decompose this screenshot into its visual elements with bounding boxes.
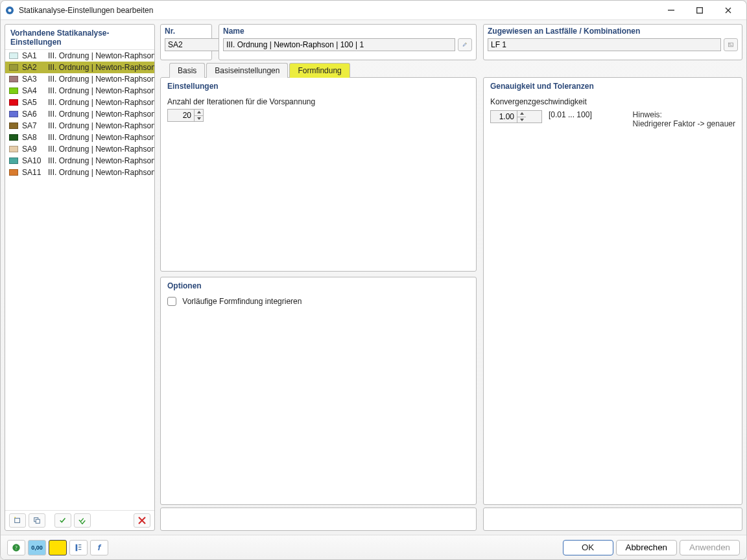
main-panel: Nr. Name Zugewiesen an Lastfälle <box>160 24 742 531</box>
sidebar-item-sa4[interactable]: SA4III. Ordnung | Newton-Raphson | 100 |… <box>5 85 154 97</box>
left-groups: Einstellungen Anzahl der Iterationen für… <box>160 77 477 505</box>
sidebar-item-sa7[interactable]: SA7III. Ordnung | Newton-Raphson | 100 |… <box>5 120 154 132</box>
sidebar-item-desc: III. Ordnung | Newton-Raphson | 100 | 1 <box>48 145 154 154</box>
hint-text: Niedrigerer Faktor -> genauer <box>633 119 735 128</box>
color-swatch <box>9 64 18 71</box>
parameters-button[interactable] <box>69 540 88 555</box>
sidebar-item-desc: III. Ordnung | Newton-Raphson | 100 | 1 <box>48 121 154 130</box>
svg-point-1 <box>8 8 12 12</box>
sidebar-item-code: SA6 <box>22 110 44 119</box>
assigned-details-button[interactable] <box>724 38 738 51</box>
color-button[interactable] <box>49 540 67 555</box>
sidebar-item-sa6[interactable]: SA6III. Ordnung | Newton-Raphson | 100 |… <box>5 108 154 120</box>
new-item-button[interactable] <box>9 513 26 528</box>
svg-rect-12 <box>76 544 78 551</box>
sidebar-item-sa9[interactable]: SA9III. Ordnung | Newton-Raphson | 100 |… <box>5 143 154 155</box>
sidebar-item-desc: III. Ordnung | Newton-Raphson | 100 | 1 <box>48 75 154 84</box>
tab-basiseinstellungen[interactable]: Basiseinstellungen <box>206 63 288 78</box>
iterations-spinner[interactable] <box>167 109 204 122</box>
hint-label: Hinweis: <box>633 110 735 119</box>
sidebar-item-code: SA3 <box>22 75 44 84</box>
function-button[interactable]: f <box>90 540 108 555</box>
iterations-down[interactable] <box>195 116 203 122</box>
sidebar-scroll[interactable]: SA1III. Ordnung | Newton-Raphson | 100 |… <box>5 50 154 510</box>
color-swatch <box>9 99 18 106</box>
minimize-button[interactable] <box>657 1 685 19</box>
right-groups: Genauigkeit und Toleranzen Konvergenzges… <box>483 77 742 505</box>
speed-hint: Hinweis: Niedrigerer Faktor -> genauer <box>633 110 735 128</box>
color-swatch <box>9 146 18 152</box>
sidebar-item-sa5[interactable]: SA5III. Ordnung | Newton-Raphson | 100 |… <box>5 97 154 108</box>
tab-formfindung[interactable]: Formfindung <box>289 63 350 78</box>
iterations-label: Anzahl der Iterationen für die Vorspannu… <box>167 97 315 106</box>
integrate-checkbox-wrapper[interactable]: Vorläufige Formfindung integrieren <box>167 297 302 306</box>
sidebar-item-code: SA10 <box>22 156 44 165</box>
nr-label: Nr. <box>165 27 208 36</box>
bottom-left-panel <box>160 508 477 531</box>
header-row: Nr. Name Zugewiesen an Lastfälle <box>160 24 742 60</box>
color-swatch <box>9 111 18 117</box>
app-icon <box>5 5 15 16</box>
svg-rect-6 <box>36 519 40 523</box>
bottom-right-panel <box>483 508 742 531</box>
name-label: Name <box>223 27 472 36</box>
units-button[interactable]: 0,00 <box>28 540 46 555</box>
sidebar-toolbar <box>5 510 154 530</box>
check-all-button[interactable] <box>74 513 91 528</box>
apply-button[interactable]: Anwenden <box>680 540 740 555</box>
sidebar-item-desc: III. Ordnung | Newton-Raphson | 100 | 1 <box>48 133 154 142</box>
sidebar-item-code: SA5 <box>22 98 44 107</box>
assigned-label: Zugewiesen an Lastfälle / Kombinationen <box>488 27 738 36</box>
maximize-button[interactable] <box>685 1 714 19</box>
sidebar-item-sa10[interactable]: SA10III. Ordnung | Newton-Raphson | 100 … <box>5 155 154 167</box>
dialog-window: Statikanalyse-Einstellungen bearbeiten V… <box>0 0 747 560</box>
check-selected-button[interactable] <box>54 513 71 528</box>
color-swatch <box>9 134 18 141</box>
sidebar-item-desc: III. Ordnung | Newton-Raphson | 100 | 1 <box>48 156 154 165</box>
sidebar-item-code: SA1 <box>22 51 44 60</box>
help-button[interactable]: ? <box>7 540 25 555</box>
sidebar-item-sa3[interactable]: SA3III. Ordnung | Newton-Raphson | 100 |… <box>5 73 154 85</box>
speed-down[interactable] <box>517 117 526 123</box>
sidebar-item-sa2[interactable]: SA2III. Ordnung | Newton-Raphson | 100 |… <box>5 62 154 73</box>
color-swatch <box>9 169 18 176</box>
sidebar-list: SA1III. Ordnung | Newton-Raphson | 100 |… <box>5 50 154 510</box>
svg-rect-9 <box>729 45 733 46</box>
speed-spinner[interactable] <box>490 110 542 123</box>
speed-input[interactable] <box>491 111 517 122</box>
sidebar-item-desc: III. Ordnung | Newton-Raphson | 100 | 1 <box>48 98 154 107</box>
assigned-input[interactable] <box>488 38 721 51</box>
precision-title: Genauigkeit und Toleranzen <box>490 82 735 91</box>
copy-item-button[interactable] <box>29 513 45 528</box>
color-swatch <box>9 52 18 59</box>
sidebar-item-sa8[interactable]: SA8III. Ordnung | Newton-Raphson | 100 |… <box>5 132 154 143</box>
speed-up[interactable] <box>517 111 526 117</box>
sidebar-item-sa11[interactable]: SA11III. Ordnung | Newton-Raphson | 100 … <box>5 167 154 178</box>
color-swatch <box>9 76 18 82</box>
iterations-input[interactable] <box>168 110 194 121</box>
options-title: Optionen <box>167 281 469 290</box>
tab-basis[interactable]: Basis <box>169 63 205 78</box>
integrate-label: Vorläufige Formfindung integrieren <box>182 297 302 306</box>
sidebar-item-sa1[interactable]: SA1III. Ordnung | Newton-Raphson | 100 |… <box>5 50 154 62</box>
settings-group: Einstellungen Anzahl der Iterationen für… <box>160 77 477 272</box>
bottom-strip <box>160 508 742 531</box>
iterations-up[interactable] <box>195 110 203 116</box>
edit-name-button[interactable] <box>458 38 472 51</box>
content-area: Vorhandene Statikanalyse-Einstellungen S… <box>1 20 746 535</box>
integrate-checkbox[interactable] <box>167 297 176 306</box>
delete-button[interactable] <box>134 513 150 528</box>
sidebar-item-code: SA7 <box>22 121 44 130</box>
color-swatch <box>9 122 18 129</box>
color-swatch <box>9 88 18 94</box>
cancel-button[interactable]: Abbrechen <box>616 540 677 555</box>
name-input[interactable] <box>223 38 455 51</box>
settings-title: Einstellungen <box>167 82 469 91</box>
sidebar-item-desc: III. Ordnung | Newton-Raphson | 100 | 1 <box>48 110 154 119</box>
speed-range: [0.01 ... 100] <box>549 110 592 119</box>
sidebar-item-code: SA2 <box>22 63 44 72</box>
ok-button[interactable]: OK <box>563 540 613 555</box>
close-button[interactable] <box>714 1 742 19</box>
precision-group: Genauigkeit und Toleranzen Konvergenzges… <box>483 77 742 505</box>
svg-rect-2 <box>668 10 674 10</box>
